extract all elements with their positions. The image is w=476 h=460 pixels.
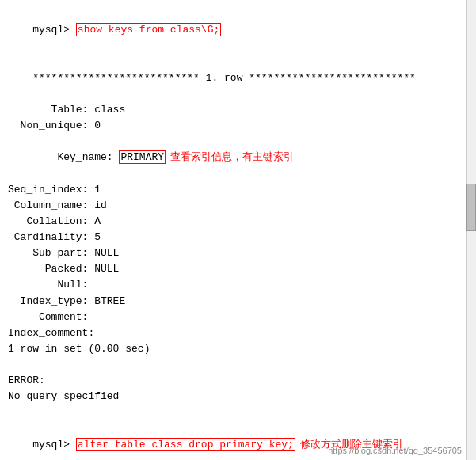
field-null-label: Null: <box>8 279 94 291</box>
line-seqindex: Seq_in_index: 1 <box>8 182 468 198</box>
scrollbar[interactable] <box>466 0 476 460</box>
field-seq-label: Seq_in_index: <box>8 184 94 196</box>
field-col-label: Column_name: <box>8 200 94 211</box>
field-idxtype-label: Index_type: <box>8 295 94 307</box>
watermark: https://blog.csdn.net/qq_35456705 <box>328 446 462 455</box>
line-blank-2 <box>8 405 468 421</box>
field-idxtype-value: BTREE <box>94 295 125 307</box>
field-comment-label: Comment: <box>8 311 94 323</box>
line-subpart: Sub_part: NULL <box>8 245 468 261</box>
stars-text: *************************** 1. row *****… <box>32 72 416 84</box>
scrollbar-thumb[interactable] <box>466 184 476 231</box>
field-nonunique-value: 0 <box>94 120 101 131</box>
field-packed-value: NULL <box>94 263 119 275</box>
field-table-value: class <box>94 104 125 116</box>
field-keyname-value: PRIMARY <box>119 150 166 164</box>
line-indextype: Index_type: BTREE <box>8 294 468 310</box>
line-1: mysql> show keys from class\G; <box>8 6 468 54</box>
field-packed-label: Packed: <box>8 263 94 275</box>
field-card-label: Cardinality: <box>8 231 94 243</box>
field-coll-value: A <box>94 215 101 227</box>
prompt-1: mysql> <box>32 24 76 36</box>
line-rowset: 1 row in set (0.00 sec) <box>8 341 468 357</box>
annotation-primary: 查看索引信息，有主键索引 <box>170 151 294 163</box>
field-nonunique-label: Non_unique: <box>8 120 94 131</box>
terminal: mysql> show keys from class\G; *********… <box>0 0 476 460</box>
field-seq-value: 1 <box>94 184 101 196</box>
field-sub-label: Sub_part: <box>8 247 94 259</box>
line-cardinality: Cardinality: 5 <box>8 230 468 245</box>
line-error-1: ERROR: <box>8 373 468 389</box>
line-collation: Collation: A <box>8 214 468 230</box>
line-null: Null: <box>8 277 468 293</box>
field-table-label: Table: <box>8 104 94 116</box>
field-sub-value: NULL <box>94 247 119 259</box>
line-table: Table: class <box>8 102 468 118</box>
field-card-value: 5 <box>94 231 101 243</box>
field-keyname-label: Key_name: <box>32 151 119 163</box>
line-stars: *************************** 1. row *****… <box>8 54 468 101</box>
field-coll-label: Collation: <box>8 215 94 227</box>
line-idxcomment: Index_comment: <box>8 325 468 341</box>
prompt-2: mysql> <box>32 439 76 450</box>
line-blank-1 <box>8 357 468 373</box>
line-noquery-1: No query specified <box>8 389 468 405</box>
line-keyname: Key_name: PRIMARY查看索引信息，有主键索引 <box>8 134 468 181</box>
cmd-show-keys-1: show keys from class\G; <box>76 23 221 36</box>
cmd-alter-drop: alter table class drop primary key; <box>76 438 295 451</box>
field-idxcmt-label: Index_comment: <box>8 327 101 339</box>
line-comment: Comment: <box>8 310 468 325</box>
field-col-value: id <box>94 200 107 211</box>
line-packed: Packed: NULL <box>8 261 468 277</box>
line-colname: Column_name: id <box>8 198 468 214</box>
line-nonunique: Non_unique: 0 <box>8 118 468 134</box>
